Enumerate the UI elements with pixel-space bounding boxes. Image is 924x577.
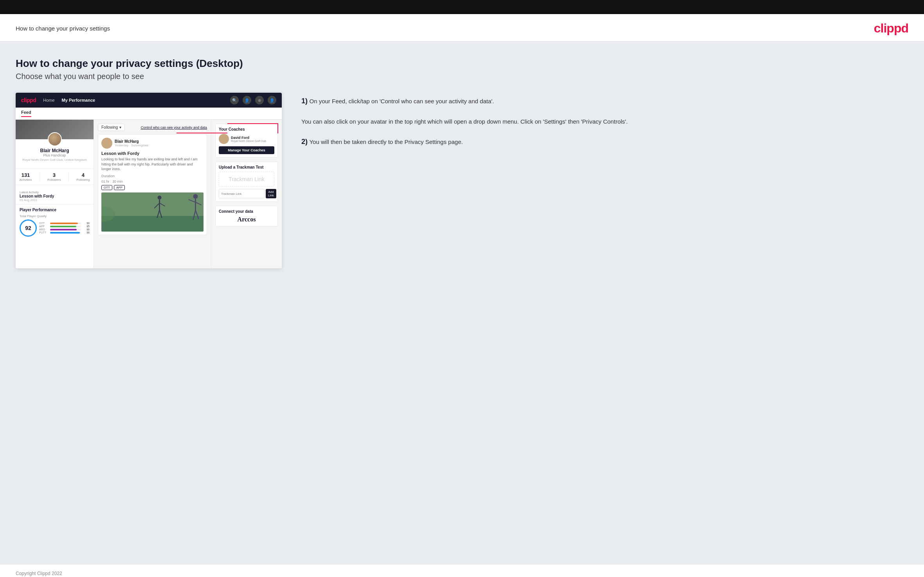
trackman-title: Upload a Trackman Test xyxy=(219,165,274,169)
post-image-svg xyxy=(101,192,204,232)
bar-track xyxy=(50,226,81,227)
app-body: Blair McHarg Plus Handicap Royal North D… xyxy=(16,120,282,268)
following-btn-label: Following xyxy=(101,125,118,129)
manage-coaches-button[interactable]: Manage Your Coaches xyxy=(219,146,274,154)
stat-divider-2 xyxy=(68,172,69,182)
stat-activities-num: 131 xyxy=(20,172,32,178)
avatar-image xyxy=(49,133,61,146)
post-image xyxy=(101,192,204,232)
bar-fill xyxy=(50,226,76,227)
bar-fill xyxy=(50,229,77,230)
latest-activity-label: Latest Activity xyxy=(20,191,90,194)
stat-followers-label: Followers xyxy=(47,178,61,182)
bar-label: OTT xyxy=(39,222,49,225)
post-title: Lesson with Fordy xyxy=(101,151,204,156)
post-meta: Yesterday · Sunningdale xyxy=(115,144,148,147)
profile-banner xyxy=(16,120,94,139)
trackman-input-row: Add Link xyxy=(219,189,274,198)
trackman-placeholder: Trackman Link xyxy=(219,172,274,187)
user-icon[interactable]: 👤 xyxy=(243,96,251,104)
svg-point-9 xyxy=(193,194,198,199)
trackman-link-input[interactable] xyxy=(219,189,265,198)
post-description: Looking to feel like my hands are exitin… xyxy=(101,157,204,172)
coach-name: David Ford xyxy=(231,136,266,140)
main-content: How to change your privacy settings (Des… xyxy=(0,42,924,564)
coaches-title: Your Coaches xyxy=(219,127,274,131)
stat-followers: 3 Followers xyxy=(47,172,61,182)
control-privacy-link[interactable]: Control who can see your activity and da… xyxy=(140,126,207,129)
trackman-card: Upload a Trackman Test Trackman Link Add… xyxy=(215,162,278,202)
nav-item-home[interactable]: Home xyxy=(43,98,54,102)
bar-track xyxy=(50,223,81,224)
following-button[interactable]: Following ▾ xyxy=(98,124,125,131)
stat-activities-label: Activities xyxy=(20,178,32,182)
svg-rect-1 xyxy=(101,216,204,232)
post-header: Blair McHarg Yesterday · Sunningdale xyxy=(101,138,204,149)
coaches-card: Your Coaches David Ford Royal North Devo… xyxy=(215,124,278,158)
compass-icon[interactable]: ⊕ xyxy=(255,96,264,104)
quality-label: Total Player Quality xyxy=(20,214,90,218)
bar-fill xyxy=(50,232,80,234)
content-heading: How to change your privacy settings (Des… xyxy=(16,58,908,70)
app-mockup: clippd Home My Performance 🔍 👤 ⊕ 👤 Feed xyxy=(16,93,282,268)
latest-activity: Latest Activity Lesson with Fordy 03 Aug… xyxy=(16,188,94,204)
stat-followers-num: 3 xyxy=(47,172,61,178)
profile-club: Royal North Devon Golf Club, United King… xyxy=(20,158,90,162)
bar-track xyxy=(50,232,81,234)
coach-row: David Ford Royal North Devon Golf Club xyxy=(219,134,274,144)
site-logo: clippd xyxy=(874,21,908,36)
latest-activity-title: Lesson with Fordy xyxy=(20,194,90,198)
post-avatar xyxy=(101,138,112,149)
tag-app: APP xyxy=(114,185,125,190)
nav-icons: 🔍 👤 ⊕ 👤 xyxy=(230,96,276,104)
nav-item-my-performance[interactable]: My Performance xyxy=(62,98,95,102)
coach-club: Royal North Devon Golf Club xyxy=(231,140,266,142)
instruction-2-number: 2) xyxy=(301,138,308,146)
stat-divider-1 xyxy=(40,172,40,182)
bar-label: PUTT xyxy=(39,231,49,234)
quality-bars: OTT 90 APP 85 ARG 86 PUTT xyxy=(39,222,90,234)
instruction-1-extra: You can also click on your avatar in the… xyxy=(301,117,908,126)
coach-info: David Ford Royal North Devon Golf Club xyxy=(231,136,266,142)
quality-row: 92 OTT 90 APP 85 ARG 86 xyxy=(20,219,90,237)
profile-stats: 131 Activities 3 Followers 4 Following xyxy=(16,169,94,185)
instruction-1-number: 1) xyxy=(301,97,308,105)
content-subheading: Choose what you want people to see xyxy=(16,72,908,81)
right-panel: Your Coaches David Ford Royal North Devo… xyxy=(211,120,282,268)
quality-bar-row: ARG 86 xyxy=(39,228,90,231)
stat-following-num: 4 xyxy=(76,172,90,178)
site-header: How to change your privacy settings clip… xyxy=(0,14,924,42)
svg-point-3 xyxy=(158,196,162,200)
post-duration-value: 01 hr : 30 min xyxy=(101,180,204,183)
app-logo: clippd xyxy=(21,97,36,103)
latest-activity-date: 03 Aug 2022 xyxy=(20,198,90,202)
bar-num: 90 xyxy=(83,222,90,225)
bar-num: 85 xyxy=(83,225,90,228)
page-breadcrumb: How to change your privacy settings xyxy=(16,25,110,32)
quality-bar-row: PUTT 96 xyxy=(39,231,90,234)
bar-label: ARG xyxy=(39,228,49,231)
app-nav: clippd Home My Performance 🔍 👤 ⊕ 👤 xyxy=(16,93,282,108)
profile-avatar xyxy=(48,132,62,146)
instruction-1: 1) On your Feed, click/tap on 'Control w… xyxy=(301,97,908,126)
instruction-2-body: You will then be taken directly to the P… xyxy=(309,138,463,145)
search-icon[interactable]: 🔍 xyxy=(230,96,239,104)
profile-name: Blair McHarg xyxy=(20,148,90,153)
stat-following-label: Following xyxy=(76,178,90,182)
add-link-button[interactable]: Add Link xyxy=(266,189,276,198)
quality-score: 92 xyxy=(20,219,37,237)
post-duration-label: Duration xyxy=(101,174,204,178)
connect-title: Connect your data xyxy=(219,209,274,214)
quality-bar-row: APP 85 xyxy=(39,225,90,228)
feed-post: Blair McHarg Yesterday · Sunningdale Les… xyxy=(98,134,207,235)
left-panel: Blair McHarg Plus Handicap Royal North D… xyxy=(16,120,94,268)
post-username: Blair McHarg xyxy=(115,139,148,144)
post-user-info: Blair McHarg Yesterday · Sunningdale xyxy=(115,139,148,147)
instruction-2: 2) You will then be taken directly to th… xyxy=(301,137,908,147)
avatar-nav[interactable]: 👤 xyxy=(268,96,276,104)
perf-title: Player Performance xyxy=(20,208,90,212)
profile-handicap: Plus Handicap xyxy=(20,153,90,157)
coach-avatar xyxy=(219,134,229,144)
dropdown-arrow-icon: ▾ xyxy=(119,125,121,129)
feed-tab[interactable]: Feed xyxy=(21,110,31,117)
